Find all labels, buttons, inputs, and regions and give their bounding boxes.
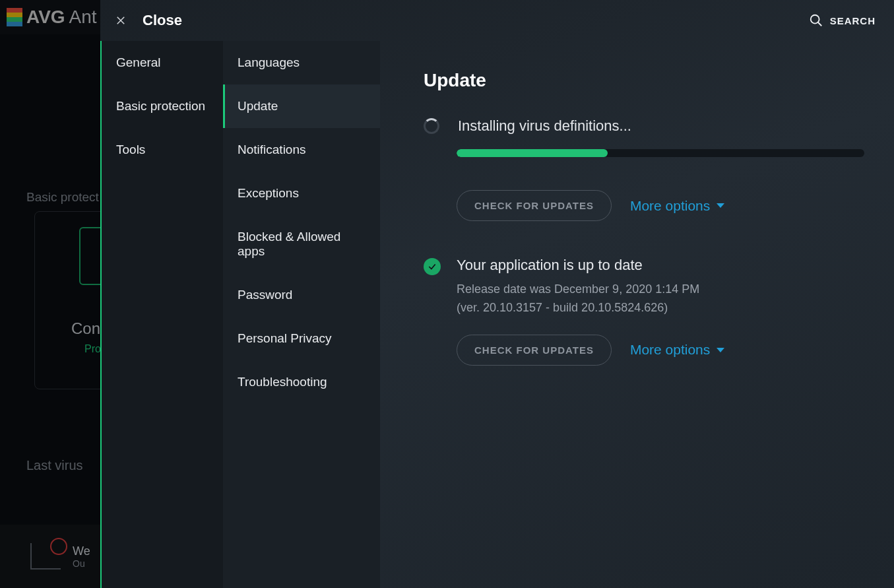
app-more-options-label: More options [630, 342, 710, 358]
app-check-updates-button[interactable]: CHECK FOR UPDATES [457, 335, 612, 366]
nav1-item-basic-protection[interactable]: Basic protection [102, 84, 223, 128]
close-button[interactable]: Close [113, 12, 182, 29]
close-label: Close [143, 12, 182, 29]
app-status-block: Your application is up to date Release d… [457, 257, 699, 317]
nav1-item-general[interactable]: General [102, 41, 223, 84]
defs-more-options-label: More options [630, 198, 710, 214]
nav-primary: General Basic protection Tools [100, 41, 223, 588]
defs-status-text: Installing virus definitions... [458, 117, 631, 135]
nav2-item-exceptions[interactable]: Exceptions [223, 172, 380, 215]
panel-body: General Basic protection Tools Languages… [100, 41, 894, 588]
nav2-item-notifications[interactable]: Notifications [223, 128, 380, 172]
nav2-item-password[interactable]: Password [223, 273, 380, 317]
app-status-row: Your application is up to date Release d… [424, 257, 865, 317]
search-button[interactable]: SEARCH [809, 13, 876, 28]
defs-check-updates-button[interactable]: CHECK FOR UPDATES [457, 190, 612, 221]
spinner-icon [424, 118, 439, 134]
app-more-options-link[interactable]: More options [630, 342, 724, 358]
caret-down-icon [717, 203, 724, 208]
app-version-line: (ver. 20.10.3157 - build 20.10.5824.626) [457, 299, 699, 317]
nav1-item-tools[interactable]: Tools [102, 128, 223, 172]
nav-secondary: Languages Update Notifications Exception… [223, 41, 380, 588]
close-icon [113, 13, 128, 28]
nav2-item-personal-privacy[interactable]: Personal Privacy [223, 317, 380, 360]
defs-progress-bar [457, 149, 864, 157]
caret-down-icon [717, 348, 724, 352]
nav2-item-blocked-allowed[interactable]: Blocked & Allowed apps [223, 215, 380, 273]
search-icon [809, 13, 823, 28]
app-release-line: Release date was December 9, 2020 1:14 P… [457, 280, 699, 299]
nav2-item-languages[interactable]: Languages [223, 41, 380, 84]
defs-more-options-link[interactable]: More options [630, 198, 724, 214]
app-button-row: CHECK FOR UPDATES More options [457, 335, 865, 366]
content-pane: Update Installing virus definitions... C… [380, 41, 894, 588]
app-status-title: Your application is up to date [457, 257, 699, 274]
defs-progress-fill [457, 149, 608, 157]
svg-point-0 [810, 15, 819, 24]
settings-panel: Close SEARCH General Basic protection To… [100, 0, 894, 588]
check-circle-icon [424, 258, 441, 275]
panel-topbar: Close SEARCH [100, 0, 894, 41]
defs-button-row: CHECK FOR UPDATES More options [457, 190, 865, 221]
search-label: SEARCH [830, 15, 876, 26]
nav2-item-update[interactable]: Update [223, 84, 380, 128]
defs-status-row: Installing virus definitions... [424, 117, 865, 135]
nav2-item-troubleshooting[interactable]: Troubleshooting [223, 360, 380, 404]
page-title: Update [424, 70, 865, 91]
